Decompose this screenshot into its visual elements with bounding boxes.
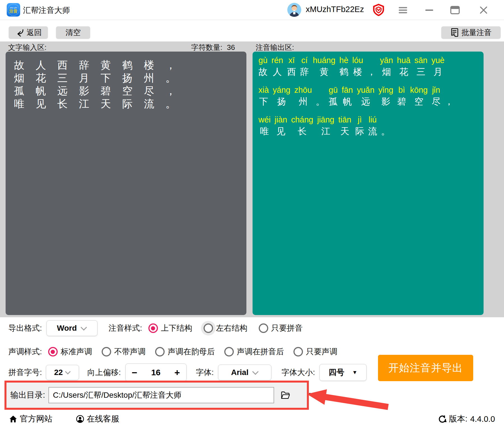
hanzi-text: 鹤 bbox=[339, 66, 348, 78]
hanzi-text: ， bbox=[367, 66, 376, 78]
pinyin-text: zhōu bbox=[294, 85, 312, 95]
tone-style-label: 声调样式: bbox=[8, 346, 42, 357]
pinyin-text: huā bbox=[397, 55, 410, 66]
hamburger-icon bbox=[398, 6, 408, 14]
output-area-label: 注音输出区: bbox=[256, 43, 294, 52]
radio-option[interactable]: 标准声调 bbox=[48, 346, 92, 357]
radio-option[interactable]: 不带声调 bbox=[102, 346, 146, 357]
main-area: 文字输入区: 字符数量:36 注音输出区: 故 人 西 辞 黄 鹤 楼 ，烟 花… bbox=[0, 41, 504, 317]
hanzi-text: 辞 bbox=[300, 66, 309, 78]
hanzi-text: 人 bbox=[273, 66, 282, 78]
version-value: 4.4.0.0 bbox=[470, 415, 495, 424]
pinyin-text: kōng bbox=[410, 85, 428, 95]
toolbar: 返回 清空 批量注音 bbox=[0, 20, 504, 42]
app-logo-ring: zhù yīn 注音 bbox=[8, 4, 19, 16]
radio-unselected-icon[interactable] bbox=[204, 323, 213, 333]
hanzi-text: 远 bbox=[361, 95, 370, 108]
clear-label: 清空 bbox=[66, 27, 81, 38]
online-support-label: 在线客服 bbox=[87, 413, 119, 425]
customer-service-icon bbox=[76, 415, 84, 423]
pinyin-text: huáng bbox=[313, 55, 335, 66]
output-dir-label: 输出目录: bbox=[10, 390, 45, 401]
username[interactable]: xMUzhTFb22Ez bbox=[306, 5, 364, 14]
radio-unselected-icon[interactable] bbox=[293, 347, 303, 356]
clear-button[interactable]: 清空 bbox=[56, 26, 90, 39]
back-button[interactable]: 返回 bbox=[9, 26, 48, 39]
official-website-link[interactable]: 官方网站 bbox=[9, 413, 52, 425]
pinyin-output-panel[interactable]: gù故rén人xī西cí辞huáng黄hè鹤lóu楼 ，yān烟huā花sān三… bbox=[253, 52, 484, 315]
pinyin-pair: jǐn尽 bbox=[431, 85, 440, 108]
radio-selected-icon[interactable] bbox=[48, 347, 58, 356]
folder-icon bbox=[280, 389, 290, 401]
pinyin-text: gù bbox=[258, 55, 267, 66]
radio-option[interactable]: 左右结构 bbox=[204, 323, 248, 334]
hanzi-text: 尽 bbox=[431, 95, 440, 108]
browse-folder-button[interactable] bbox=[279, 389, 292, 402]
text-input-panel[interactable]: 故 人 西 辞 黄 鹤 楼 ，烟 花 三 月 下 扬 州 。孤 帆 远 影 碧 … bbox=[6, 52, 246, 315]
pinyin-text: lóu bbox=[352, 55, 363, 66]
document-icon bbox=[450, 28, 459, 37]
export-format-select[interactable]: Word bbox=[46, 320, 97, 336]
maximize-icon bbox=[450, 6, 460, 15]
font-label: 字体: bbox=[196, 367, 214, 378]
radio-option[interactable]: 声调在韵母后 bbox=[155, 346, 215, 357]
minimize-button[interactable] bbox=[424, 5, 435, 15]
hanzi-text: ， bbox=[444, 95, 453, 108]
pinyin-pair: xià下 bbox=[258, 85, 269, 108]
tone-style-row: 声调样式: 标准声调不带声调声调在韵母后声调在拼音后只要声调 bbox=[8, 345, 347, 359]
offset-stepper: − 16 + bbox=[125, 364, 186, 381]
export-format-label: 导出格式: bbox=[8, 323, 42, 334]
hanzi-text: 。 bbox=[381, 125, 390, 137]
menu-button[interactable] bbox=[398, 5, 408, 15]
radio-selected-icon[interactable] bbox=[148, 323, 158, 333]
hanzi-text: 花 bbox=[399, 66, 408, 78]
pinyin-text: yáng bbox=[273, 85, 290, 95]
radio-option[interactable]: 只要拼音 bbox=[259, 323, 303, 334]
radio-option[interactable]: 只要声调 bbox=[293, 346, 337, 357]
font-size-select[interactable]: 四号 ▼ bbox=[319, 364, 367, 381]
radio-unselected-icon[interactable] bbox=[102, 347, 111, 356]
maximize-button[interactable] bbox=[450, 5, 460, 15]
hanzi-text: 影 bbox=[381, 95, 390, 108]
batch-annotate-button[interactable]: 批量注音 bbox=[441, 26, 501, 39]
plus-button[interactable]: + bbox=[174, 368, 180, 377]
pinyin-pair: cí辞 bbox=[300, 55, 309, 78]
close-button[interactable] bbox=[478, 5, 489, 15]
hanzi-text: 江 bbox=[321, 125, 330, 137]
minimize-icon bbox=[425, 9, 433, 11]
pinyin-line: gù故rén人xī西cí辞huáng黄hè鹤lóu楼 ，yān烟huā花sān三… bbox=[256, 55, 482, 78]
user-avatar[interactable] bbox=[287, 3, 301, 17]
vip-badge-icon[interactable] bbox=[372, 4, 385, 16]
pinyin-text: rén bbox=[271, 55, 283, 66]
radio-unselected-icon[interactable] bbox=[155, 347, 165, 356]
minus-button[interactable]: − bbox=[132, 368, 137, 377]
offset-value[interactable]: 16 bbox=[151, 368, 160, 377]
radio-option[interactable]: 上下结构 bbox=[148, 323, 192, 334]
radio-unselected-icon[interactable] bbox=[259, 323, 268, 333]
radio-option-label: 声调在拼音后 bbox=[237, 346, 284, 357]
home-icon bbox=[9, 415, 17, 423]
pinyin-text: yuǎn bbox=[357, 85, 374, 95]
radio-unselected-icon[interactable] bbox=[224, 347, 234, 356]
hanzi-text: 见 bbox=[276, 125, 285, 137]
font-select[interactable]: Arial bbox=[218, 365, 271, 380]
hanzi-text: 碧 bbox=[397, 95, 406, 108]
annotation-style-label: 注音样式: bbox=[109, 323, 142, 334]
pinyin-size-value: 22 bbox=[54, 368, 63, 377]
pinyin-size-select[interactable]: 22 bbox=[46, 365, 79, 380]
output-dir-highlight-box: 输出目录: C:/Users/汇帮/Desktop/汇帮注音大师 bbox=[4, 381, 309, 410]
pinyin-text: liú bbox=[368, 114, 377, 125]
online-support-link[interactable]: 在线客服 bbox=[76, 413, 119, 425]
pinyin-text: jì bbox=[358, 114, 362, 125]
pinyin-pair: ， bbox=[444, 85, 453, 108]
pinyin-text bbox=[319, 85, 321, 95]
status-bar: 官方网站 在线客服 版本: 4.4.0.0 bbox=[0, 412, 504, 426]
version-info: 版本: 4.4.0.0 bbox=[438, 413, 495, 425]
radio-option-label: 左右结构 bbox=[216, 323, 248, 334]
start-export-button[interactable]: 开始注音并导出 bbox=[378, 355, 473, 381]
output-dir-input[interactable]: C:/Users/汇帮/Desktop/汇帮注音大师 bbox=[48, 387, 274, 403]
red-arrow-annotation bbox=[305, 386, 395, 414]
hanzi-text: 三 bbox=[416, 66, 425, 78]
radio-option[interactable]: 声调在拼音后 bbox=[224, 346, 284, 357]
char-count-value: 36 bbox=[227, 43, 235, 52]
